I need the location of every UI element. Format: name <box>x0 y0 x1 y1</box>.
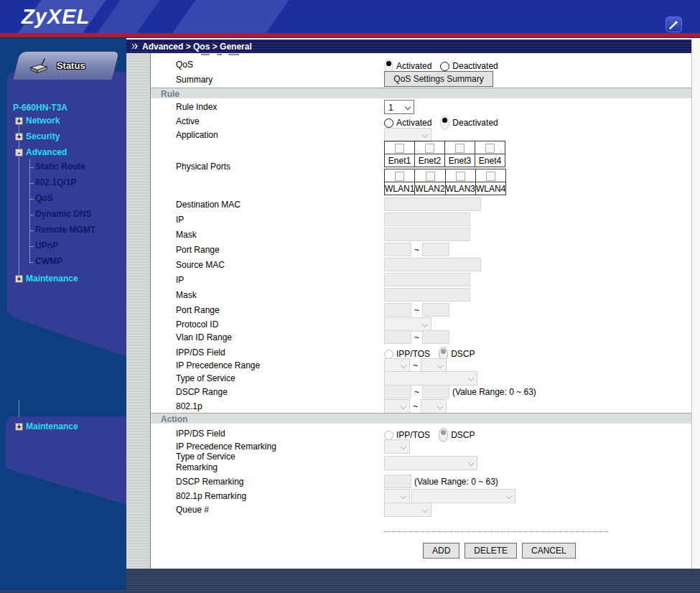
chevron-down-icon <box>422 132 428 138</box>
queue-row: Queue # <box>151 503 691 517</box>
expand-icon[interactable]: + <box>15 117 23 125</box>
ip-precedence-range-row: IP Precedence Range ~ <box>151 358 691 373</box>
vlan-id-range-row: Vlan ID Range ~ <box>151 330 691 345</box>
sidebar-item-maintenance[interactable]: + Maintenance <box>0 273 126 284</box>
protocol-id-select[interactable] <box>384 317 431 332</box>
dest-port-range-row: Port Range ~ <box>151 243 691 257</box>
ip-prec-start-select[interactable] <box>384 358 410 373</box>
sidebar-item-network[interactable]: + Network <box>0 115 126 126</box>
application-select[interactable] <box>384 128 431 142</box>
dest-ip-input[interactable] <box>384 213 470 226</box>
protocol-id-label: Protocol ID <box>176 319 218 330</box>
src-port-start-input[interactable] <box>384 303 411 317</box>
action-section-header: Action <box>151 413 691 424</box>
queue-select[interactable] <box>384 503 431 517</box>
sidebar-item-advanced[interactable]: - Advanced <box>0 146 126 158</box>
ipp-tos-label: IPP/TOS <box>396 349 430 359</box>
ip-precedence-remarking-label: IP Precedence Remarking <box>176 442 276 452</box>
expand-icon[interactable]: + <box>15 423 23 431</box>
vlan-end-input[interactable] <box>422 330 449 344</box>
destination-mac-input[interactable] <box>384 197 481 211</box>
sidebar-item-cwmp[interactable]: CWMP <box>0 256 126 268</box>
dest-port-start-input[interactable] <box>384 243 411 256</box>
dscp-start-input[interactable] <box>384 385 411 398</box>
enet3-checkbox-cell[interactable] <box>445 141 475 154</box>
vlan-start-input[interactable] <box>384 330 411 344</box>
dscp-end-input[interactable] <box>422 385 449 398</box>
enet2-checkbox-cell[interactable] <box>415 141 445 154</box>
dscp-range-note: (Value Range: 0 ~ 63) <box>452 387 536 397</box>
enet4-checkbox-cell[interactable] <box>475 141 505 154</box>
qos-deactivated-radio[interactable] <box>440 62 449 71</box>
application-row: Application <box>151 128 691 142</box>
src-ip-input[interactable] <box>384 273 470 286</box>
tos-remarking-select[interactable] <box>384 456 477 470</box>
ipp-tos-radio[interactable] <box>384 350 393 359</box>
expand-icon[interactable]: + <box>15 133 23 141</box>
summary-row: Summary QoS Settings Summary <box>151 70 691 88</box>
dest-mask-input[interactable] <box>384 228 470 241</box>
add-button[interactable]: ADD <box>423 543 459 559</box>
chevron-down-icon <box>437 363 443 368</box>
dot1p-end-select[interactable] <box>421 399 447 414</box>
zyxel-logo: ZyXEL <box>22 5 90 29</box>
cancel-button[interactable]: CANCEL <box>522 543 576 559</box>
magic-wand-icon <box>668 19 679 30</box>
status-tab[interactable]: Status <box>12 51 120 80</box>
wlan3-checkbox-cell[interactable] <box>445 169 475 182</box>
vlan-id-range-label: Vlan ID Range <box>176 332 232 342</box>
dest-ip-row: IP <box>151 213 691 227</box>
sidebar-item-maintenance-lower[interactable]: + Maintenance <box>0 421 126 432</box>
qos-settings-summary-button[interactable]: QoS Settings Summary <box>384 71 493 87</box>
dot1p-remarking-select[interactable] <box>384 489 410 503</box>
dot1p-remarking-value-select[interactable] <box>411 489 515 503</box>
chevron-down-icon <box>401 403 406 409</box>
dest-port-end-input[interactable] <box>422 243 449 256</box>
tree-tick <box>29 230 34 231</box>
sidebar-item-upnp[interactable]: UPnP <box>0 241 126 252</box>
dscp-remarking-input[interactable] <box>384 475 411 488</box>
wlan1-checkbox <box>395 172 404 181</box>
sidebar-item-8021q1p[interactable]: 802.1Q/1P <box>0 177 126 189</box>
ip-prec-end-select[interactable] <box>421 358 447 373</box>
dest-port-range-label: Port Range <box>176 245 220 255</box>
sidebar-item-security[interactable]: + Security <box>0 131 126 142</box>
active-activated-radio[interactable] <box>384 118 393 128</box>
router-admin-screen: ZyXEL Status P-660H <box>0 0 700 593</box>
wlan2-checkbox <box>426 172 435 181</box>
sidebar-item-qos[interactable]: QoS <box>0 193 126 205</box>
type-of-service-row: Type of Service <box>151 371 691 386</box>
sidebar-item-dynamic-dns[interactable]: Dynamic DNS <box>0 209 126 220</box>
src-ip-label: IP <box>176 275 184 285</box>
enet1-checkbox-cell[interactable] <box>385 141 415 154</box>
wlan-ports-table: WLAN1 WLAN2 WLAN3 WLAN4 <box>384 169 506 195</box>
delete-button[interactable]: DELETE <box>465 543 517 559</box>
source-mac-input[interactable] <box>384 258 481 271</box>
src-mask-input[interactable] <box>384 288 470 302</box>
sidebar-item-remote-mgmt[interactable]: Remote MGMT <box>0 225 126 236</box>
ipp-ds-field-label: IPP/DS Field <box>176 347 225 358</box>
sidebar-item-static-route[interactable]: Static Route <box>0 162 126 173</box>
form-buttons: ADD DELETE CANCEL <box>423 543 576 559</box>
tree-tick <box>29 262 34 263</box>
queue-label: Queue # <box>176 505 209 515</box>
wizard-button[interactable] <box>666 17 682 32</box>
wlan4-label: WLAN4 <box>476 182 506 195</box>
application-label: Application <box>176 130 218 140</box>
tree-tick <box>29 215 34 215</box>
wlan4-checkbox-cell[interactable] <box>476 169 506 182</box>
dot1p-start-select[interactable] <box>384 399 410 414</box>
wlan1-checkbox-cell[interactable] <box>385 169 415 182</box>
collapse-icon[interactable]: - <box>15 149 23 157</box>
type-of-service-select[interactable] <box>384 371 477 386</box>
dscp-remarking-note: (Value Range: 0 ~ 63) <box>414 477 498 487</box>
action-ipp-tos-radio[interactable] <box>384 431 393 440</box>
rule-index-select[interactable]: 1 <box>384 100 414 114</box>
wlan2-checkbox-cell[interactable] <box>415 169 445 182</box>
chevron-down-icon <box>405 104 411 110</box>
dscp-range-row: DSCP Range ~ (Value Range: 0 ~ 63) <box>151 385 691 399</box>
wlan1-label: WLAN1 <box>385 182 415 195</box>
dot1p-remarking-row: 802.1p Remarking <box>151 489 691 503</box>
expand-icon[interactable]: + <box>15 275 23 283</box>
src-port-end-input[interactable] <box>422 303 449 317</box>
